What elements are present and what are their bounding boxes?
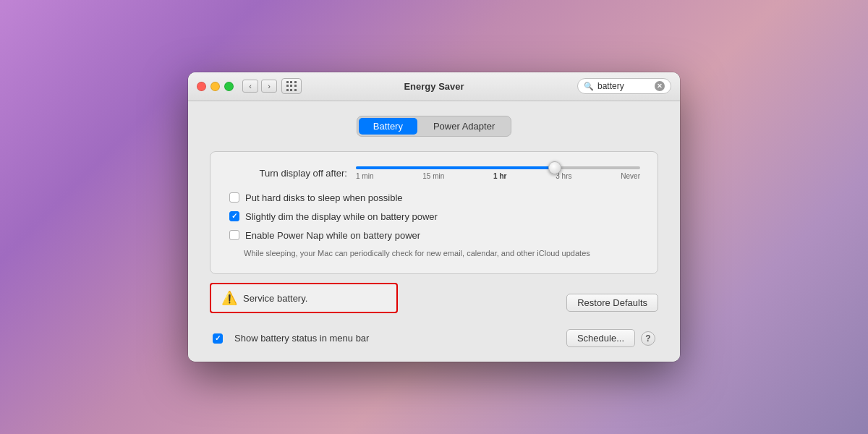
- restore-defaults-button[interactable]: Restore Defaults: [566, 294, 658, 312]
- checkbox-row-power-nap: Enable Power Nap while on battery power: [229, 229, 640, 242]
- maximize-button[interactable]: [224, 82, 234, 91]
- slider-container: 1 min 15 min 1 hr 3 hrs Never: [356, 166, 640, 180]
- segmented-control: Battery Power Adapter: [210, 116, 658, 137]
- window-title: Energy Saver: [404, 81, 464, 92]
- content-area: Battery Power Adapter Turn display off a…: [188, 101, 680, 362]
- main-window: ‹ › Energy Saver 🔍 ✕ Battery Power Ada: [188, 72, 680, 362]
- slider-track: [356, 166, 640, 169]
- checkbox-label-power-nap: Enable Power Nap while on battery power: [245, 229, 420, 242]
- back-button[interactable]: ‹: [242, 80, 258, 93]
- back-icon: ‹: [249, 82, 252, 90]
- minimize-button[interactable]: [210, 82, 220, 91]
- service-battery-warning: ⚠️ Service battery.: [210, 283, 398, 313]
- checkbox-row-hard-disks: Put hard disks to sleep when possible: [229, 192, 640, 205]
- forward-button[interactable]: ›: [261, 80, 277, 93]
- display-off-slider-section: Turn display off after: 1 min 15 min 1 h…: [228, 166, 640, 180]
- search-icon: 🔍: [584, 82, 594, 91]
- tab-battery[interactable]: Battery: [359, 118, 417, 135]
- checkbox-label-dim-display: Slightly dim the display while on batter…: [245, 210, 438, 224]
- slider-label: Turn display off after:: [228, 168, 347, 179]
- settings-panel: Turn display off after: 1 min 15 min 1 h…: [210, 151, 658, 275]
- checkbox-dim-display[interactable]: [229, 211, 239, 221]
- show-battery-status-label: Show battery status in menu bar: [234, 332, 369, 345]
- slider-fill: [356, 166, 555, 169]
- warning-icon: ⚠️: [221, 292, 237, 305]
- schedule-button[interactable]: Schedule...: [566, 329, 635, 347]
- grid-view-button[interactable]: [281, 78, 302, 94]
- power-nap-sublabel: While sleeping, your Mac can periodicall…: [244, 248, 640, 259]
- bottom-row: Show battery status in menu bar Schedule…: [210, 329, 658, 347]
- slider-thumb[interactable]: [548, 161, 561, 174]
- slider-row: Turn display off after: 1 min 15 min 1 h…: [228, 166, 640, 180]
- checkbox-group-power-nap: Enable Power Nap while on battery power …: [228, 229, 640, 260]
- grid-icon: [286, 81, 297, 92]
- tick-label-1hr: 1 hr: [493, 172, 506, 180]
- tick-label-15min: 15 min: [422, 172, 444, 180]
- tick-label-never: Never: [621, 172, 640, 180]
- checkbox-hard-disks[interactable]: [229, 192, 239, 203]
- checkbox-show-battery-status[interactable]: [213, 333, 223, 344]
- bottom-left: Show battery status in menu bar: [213, 332, 369, 345]
- search-clear-button[interactable]: ✕: [655, 81, 665, 91]
- checkbox-row-dim-display: Slightly dim the display while on batter…: [229, 210, 640, 224]
- slider-tick-labels: 1 min 15 min 1 hr 3 hrs Never: [356, 172, 640, 180]
- checkbox-label-hard-disks: Put hard disks to sleep when possible: [245, 192, 403, 205]
- slider-wrapper: [356, 166, 640, 169]
- checkbox-power-nap[interactable]: [229, 230, 239, 240]
- nav-buttons: ‹ ›: [242, 80, 277, 93]
- titlebar: ‹ › Energy Saver 🔍 ✕: [188, 72, 680, 101]
- tab-group: Battery Power Adapter: [357, 116, 511, 137]
- close-button[interactable]: [197, 82, 206, 91]
- bottom-right: Schedule... ?: [566, 329, 655, 347]
- warning-text: Service battery.: [243, 293, 307, 304]
- tab-power-adapter[interactable]: Power Adapter: [419, 118, 509, 135]
- forward-icon: ›: [268, 82, 271, 90]
- search-input[interactable]: [597, 81, 651, 91]
- tick-label-1min: 1 min: [356, 172, 373, 180]
- traffic-lights: [197, 82, 234, 91]
- warning-restore-row: ⚠️ Service battery. Restore Defaults: [210, 283, 658, 322]
- checkbox-section: Put hard disks to sleep when possible Sl…: [228, 192, 640, 260]
- help-button[interactable]: ?: [641, 331, 655, 346]
- search-bar: 🔍 ✕: [577, 78, 671, 94]
